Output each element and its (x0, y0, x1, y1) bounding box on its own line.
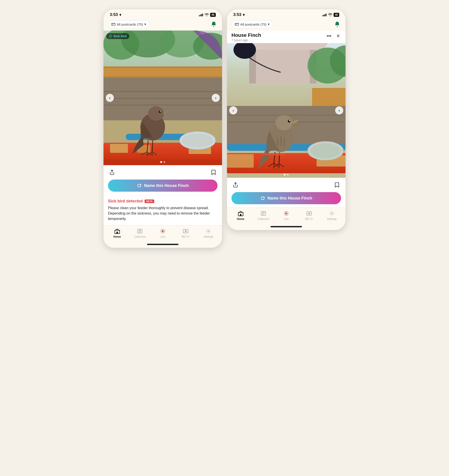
collection-icon (137, 228, 143, 234)
sick-bird-icon (109, 34, 112, 38)
settings-label: Settings (203, 235, 213, 238)
bird-name: House Finch (232, 32, 261, 38)
right-carousel-prev[interactable]: ‹ (229, 106, 237, 114)
home-label: Home (113, 235, 121, 238)
left-bottom-nav: Home Collection Live (103, 225, 222, 243)
svg-point-46 (337, 26, 338, 27)
right-nav-collection[interactable]: Collection (252, 210, 275, 221)
carousel-prev[interactable]: ‹ (106, 94, 114, 102)
right-share-button[interactable] (232, 181, 239, 189)
svg-rect-0 (199, 15, 199, 16)
sick-bird-tag: Sick bird (106, 33, 129, 39)
right-nav-bbtv[interactable]: BB TV (298, 210, 321, 221)
right-bbtv-svg (306, 210, 312, 216)
left-nav-bbtv[interactable]: BB TV (174, 228, 197, 238)
svg-marker-76 (308, 213, 310, 214)
right-collection-icon (260, 210, 267, 216)
right-status-icons: 40 (322, 13, 339, 17)
svg-rect-14 (103, 105, 222, 106)
left-nav-collection[interactable]: Collection (129, 228, 152, 238)
dot-2 (163, 161, 165, 163)
svg-point-67 (289, 120, 290, 121)
left-bird-scene-svg (103, 30, 222, 165)
right-bbtv-label: BB TV (305, 217, 313, 221)
left-nav-live[interactable]: Live (151, 228, 174, 238)
close-button[interactable]: ✕ (335, 32, 341, 40)
card-header-actions: ••• ✕ (326, 32, 341, 40)
svg-rect-45 (235, 23, 239, 26)
right-share-icon (232, 182, 239, 188)
svg-rect-16 (103, 67, 222, 68)
svg-rect-42 (324, 15, 324, 16)
right-home-label: Home (237, 217, 244, 221)
location-icon (119, 13, 122, 16)
right-nav-settings[interactable]: Settings (320, 210, 343, 221)
right-nav-home[interactable]: Home (229, 210, 252, 221)
svg-rect-2 (201, 14, 202, 16)
bbtv-svg (183, 228, 189, 234)
left-bookmark-button[interactable] (210, 168, 217, 176)
svg-point-28 (148, 106, 164, 121)
right-carousel-dots (284, 174, 289, 176)
left-status-icons: 40 (199, 13, 216, 17)
right-phone: 3:53 40 (227, 9, 346, 230)
svg-point-26 (182, 133, 213, 148)
svg-rect-12 (103, 91, 222, 92)
svg-rect-43 (325, 14, 325, 16)
beta-badge: BETA (145, 199, 154, 203)
phones-container: 3:53 40 (0, 0, 449, 476)
carousel-next[interactable]: › (212, 94, 220, 102)
left-phone: 3:53 40 (103, 9, 222, 248)
collection-label: Collection (134, 235, 146, 238)
postcards-icon (111, 23, 115, 26)
right-home-svg (238, 210, 244, 216)
right-action-row (232, 181, 341, 189)
notification-bell[interactable] (210, 20, 217, 28)
svg-rect-68 (263, 153, 285, 155)
left-home-bar (147, 244, 178, 245)
right-battery-indicator: 40 (334, 13, 339, 17)
right-notification-bell[interactable] (333, 20, 341, 28)
left-nav-home[interactable]: Home (106, 228, 129, 238)
right-settings-icon (329, 210, 335, 216)
right-bird-image: ‹ › (227, 43, 346, 178)
right-carousel-next[interactable]: › (335, 106, 343, 114)
svg-rect-60 (227, 154, 254, 168)
left-bird-image: Sick bird ‹ › (103, 30, 222, 165)
svg-marker-39 (185, 231, 187, 232)
sick-section: Sick bird detected BETA Please clean you… (103, 195, 222, 225)
right-nav-live[interactable]: Live (275, 210, 298, 221)
left-name-button[interactable]: Name this House Finch (108, 180, 217, 192)
more-options-button[interactable]: ••• (326, 33, 332, 40)
time-ago: 7 hours ago (232, 38, 248, 42)
right-bbtv-icon (306, 210, 312, 216)
settings-svg (205, 228, 211, 234)
right-name-button[interactable]: Name this House Finch (232, 192, 341, 204)
collection-svg (137, 228, 143, 234)
home-svg (114, 228, 120, 234)
live-icon (160, 228, 166, 234)
right-bookmark-button[interactable] (333, 181, 341, 189)
svg-rect-22 (110, 144, 128, 153)
left-share-button[interactable] (108, 168, 116, 176)
right-dot-2 (287, 174, 289, 176)
bbtv-icon (182, 228, 189, 234)
right-card-body: Name this House Finch (227, 178, 346, 207)
right-settings-label: Settings (327, 217, 336, 221)
right-live-icon (283, 210, 289, 216)
share-icon (109, 169, 115, 176)
right-collection-svg (261, 210, 266, 216)
svg-rect-13 (103, 98, 222, 99)
left-nav-settings[interactable]: Settings (197, 228, 220, 238)
right-location-icon (242, 13, 245, 16)
svg-point-40 (208, 231, 209, 232)
battery-indicator: 40 (210, 13, 216, 17)
svg-point-63 (310, 143, 341, 159)
right-postcards-button[interactable]: All postcards (75) ▾ (232, 20, 273, 28)
postcards-button[interactable]: All postcards (75) ▾ (108, 20, 149, 28)
right-home-icon (238, 210, 244, 216)
right-bottom-nav: Home Collection Live (227, 207, 346, 225)
svg-rect-41 (322, 15, 323, 16)
bell-svg (210, 21, 217, 27)
home-icon (114, 228, 120, 234)
